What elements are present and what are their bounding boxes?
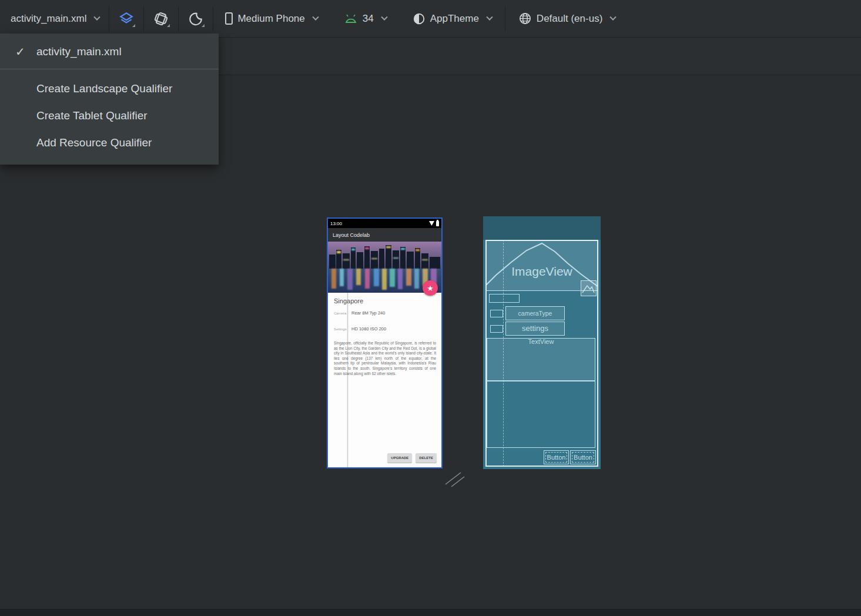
upgrade-button[interactable]: UPGRADE	[387, 453, 412, 463]
spec-label: Camera	[334, 312, 351, 315]
blueprint-lower-container[interactable]	[487, 381, 595, 448]
menu-separator	[0, 69, 219, 69]
fab-star-button[interactable]: ★	[423, 280, 438, 296]
night-mode-button[interactable]	[186, 9, 206, 29]
blueprint-settings-label[interactable]	[490, 325, 503, 333]
menu-item-create-landscape[interactable]: Create Landscape Qualifier	[0, 75, 219, 102]
checkmark-icon: ✓	[15, 45, 25, 59]
design-surface-button[interactable]	[116, 9, 136, 29]
api-level-dropdown[interactable]: 34	[344, 13, 387, 25]
chevron-down-icon	[610, 14, 617, 20]
preview-app-bar: Layout Codelab	[328, 228, 441, 242]
dropdown-corner-indicator	[167, 24, 170, 27]
chevron-down-icon	[312, 14, 319, 20]
menu-item-current-file[interactable]: ✓ activity_main.xml	[0, 38, 219, 65]
menu-item-label: Create Landscape Qualifier	[36, 82, 172, 95]
orientation-button[interactable]	[151, 9, 171, 29]
theme-selector-dropdown[interactable]: AppTheme	[413, 12, 492, 25]
toolbar-separator	[505, 6, 505, 31]
device-selector-label: Medium Phone	[237, 13, 304, 25]
spec-row-settings: Settings HD 1080 ISO 200	[334, 326, 437, 332]
theme-selector-label: AppTheme	[430, 13, 479, 25]
android-icon	[344, 14, 358, 24]
blueprint-preview-phone[interactable]: ImageView cameraType settings TextView B…	[483, 216, 601, 469]
chevron-down-icon	[94, 14, 100, 20]
description-text: Singapore, officially the Republic of Si…	[334, 341, 436, 376]
star-icon: ★	[427, 284, 434, 293]
menu-item-label: Add Resource Qualifier	[36, 136, 152, 149]
wifi-icon	[429, 221, 434, 226]
card-button-row: UPGRADE DELETE	[387, 453, 437, 463]
file-selector-label: activity_main.xml	[11, 13, 86, 25]
mountain-mini-icon	[581, 281, 595, 295]
app-title: Layout Codelab	[333, 232, 370, 238]
phone-icon	[225, 12, 233, 25]
globe-icon	[518, 12, 532, 25]
city-title: Singapore	[334, 297, 363, 304]
toolbar-separator	[178, 6, 179, 31]
blueprint-button-2[interactable]: Button	[570, 450, 596, 464]
locale-selector-dropdown[interactable]: Default (en-us)	[518, 12, 615, 25]
menu-item-add-resource-qualifier[interactable]: Add Resource Qualifier	[0, 129, 219, 156]
device-selector-dropdown[interactable]: Medium Phone	[225, 12, 317, 25]
delete-button[interactable]: DELETE	[416, 453, 437, 463]
canvas-resize-handle[interactable]	[442, 469, 467, 489]
blueprint-camera-label[interactable]	[490, 310, 503, 317]
blueprint-cameratype-spinner[interactable]: cameraType	[505, 306, 565, 320]
preview-status-bar: 13:00	[328, 219, 441, 228]
status-time: 13:00	[330, 221, 342, 226]
menu-item-label: Create Tablet Qualifier	[36, 109, 148, 122]
api-level-label: 34	[363, 13, 374, 25]
layout-editor-window: activity_main.xml	[0, 0, 861, 616]
blueprint-statusbar-band	[483, 216, 601, 240]
blueprint-settings-spinner[interactable]: settings	[505, 322, 565, 336]
file-selector-menu: ✓ activity_main.xml Create Landscape Qua…	[0, 34, 219, 165]
dropdown-corner-indicator	[132, 24, 135, 27]
toolbar-separator	[109, 6, 109, 31]
blueprint-button-1[interactable]: Button	[544, 450, 569, 464]
locale-selector-label: Default (en-us)	[537, 13, 602, 25]
spec-row-camera: Camera Rear 8M Typ 240	[334, 310, 437, 316]
spec-value: Rear 8M Typ 240	[351, 310, 385, 316]
bottom-status-strip	[0, 609, 861, 616]
blueprint-title-textview[interactable]	[489, 294, 520, 303]
design-preview-phone[interactable]: 13:00 Layout Codelab	[327, 217, 443, 468]
battery-icon	[436, 221, 439, 226]
contrast-theme-icon	[413, 12, 426, 25]
menu-item-create-tablet[interactable]: Create Tablet Qualifier	[0, 102, 219, 129]
preview-content-card: Singapore Camera Rear 8M Typ 240 Setting…	[328, 293, 441, 467]
spec-value: HD 1080 ISO 200	[351, 326, 386, 332]
toolbar-separator	[143, 6, 144, 31]
file-selector-dropdown[interactable]: activity_main.xml	[11, 13, 99, 25]
dropdown-corner-indicator	[202, 24, 205, 27]
spec-label: Settings	[334, 327, 351, 331]
toolbar-separator	[213, 6, 213, 31]
chevron-down-icon	[486, 14, 493, 20]
imageview-label: ImageView	[485, 265, 598, 279]
blueprint-fab[interactable]	[581, 280, 597, 296]
chevron-down-icon	[381, 14, 387, 20]
page-fold-shadow	[347, 293, 349, 467]
menu-item-label: activity_main.xml	[36, 45, 122, 58]
blueprint-description-textview[interactable]: TextView	[487, 338, 595, 381]
design-toolbar: activity_main.xml	[0, 0, 861, 38]
